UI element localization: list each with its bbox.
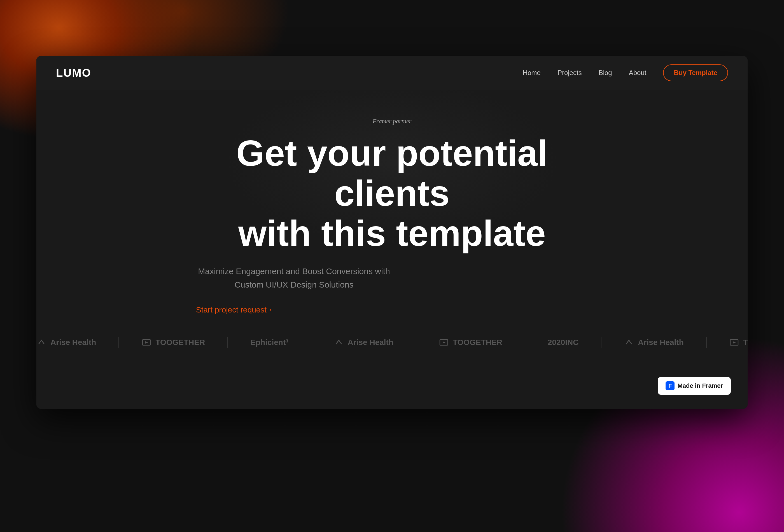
nav-links: Home Projects Blog About Buy Template	[523, 64, 728, 81]
toogether-label-1: TOOGETHER	[156, 338, 205, 347]
2020inc-label-1: 2020INC	[548, 338, 579, 347]
cta-button[interactable]: Start project request ›	[196, 306, 588, 314]
brand-toogether-2: TOOGETHER	[439, 337, 502, 347]
toogether-label-2: TOOGETHER	[453, 338, 502, 347]
arise-label-1: Arise Health	[50, 338, 96, 347]
brand-arise-health-1: Arise Health	[36, 337, 96, 347]
framer-made-badge[interactable]: F Made in Framer	[658, 377, 731, 395]
sep-3	[311, 337, 311, 348]
hero-title: Get your potential clients with this tem…	[196, 133, 588, 253]
framer-made-label: Made in Framer	[677, 382, 723, 390]
marquee-section: Arise Health TOOGETHER Ephicient³ Arise …	[36, 337, 748, 365]
arise-icon-1	[36, 337, 47, 347]
brand-2020inc-1: 2020INC	[548, 338, 579, 347]
brand-toogether-1: TOOGETHER	[141, 337, 205, 347]
navbar: LUMO Home Projects Blog About Buy Templa…	[36, 56, 748, 90]
nav-projects[interactable]: Projects	[558, 69, 582, 77]
brand-ephicient-1: Ephicient³	[250, 338, 288, 347]
framer-f-icon: F	[666, 381, 674, 390]
sep-7	[706, 337, 707, 348]
framer-partner-label: Framer partner	[196, 118, 588, 125]
sep-4	[416, 337, 416, 348]
toogether-icon-3	[729, 337, 739, 347]
cta-arrow-icon: ›	[269, 306, 271, 314]
sep-5	[525, 337, 525, 348]
arise-icon-2	[334, 337, 344, 347]
nav-blog[interactable]: Blog	[599, 69, 612, 77]
hero-title-line1: Get your potential clients	[236, 133, 548, 214]
marquee-track: Arise Health TOOGETHER Ephicient³ Arise …	[36, 337, 748, 348]
brand-arise-health-2: Arise Health	[334, 337, 393, 347]
cta-label: Start project request	[196, 306, 267, 314]
arise-label-3: Arise Health	[638, 338, 683, 347]
toogether-icon-1	[141, 337, 151, 347]
toogether-icon-2	[439, 337, 449, 347]
buy-template-button[interactable]: Buy Template	[663, 64, 728, 81]
hero-section: Framer partner Get your potential client…	[36, 90, 748, 331]
hero-title-line2: with this template	[238, 213, 546, 254]
ephicient-label-1: Ephicient³	[250, 338, 288, 347]
nav-home[interactable]: Home	[523, 69, 541, 77]
arise-icon-3	[624, 337, 634, 347]
toogether-label-3: TOOGETHER	[743, 338, 748, 347]
arise-label-2: Arise Health	[348, 338, 393, 347]
brand-toogether-3: TOOGETHER	[729, 337, 748, 347]
browser-window: LUMO Home Projects Blog About Buy Templa…	[36, 56, 748, 409]
sep-6	[601, 337, 601, 348]
sep-1	[118, 337, 119, 348]
brand-arise-health-3: Arise Health	[624, 337, 683, 347]
hero-subtitle: Maximize Engagement and Boost Conversion…	[196, 264, 392, 291]
nav-about[interactable]: About	[629, 69, 646, 77]
hero-content: Framer partner Get your potential client…	[196, 118, 588, 314]
sep-2	[227, 337, 228, 348]
logo[interactable]: LUMO	[56, 67, 91, 79]
